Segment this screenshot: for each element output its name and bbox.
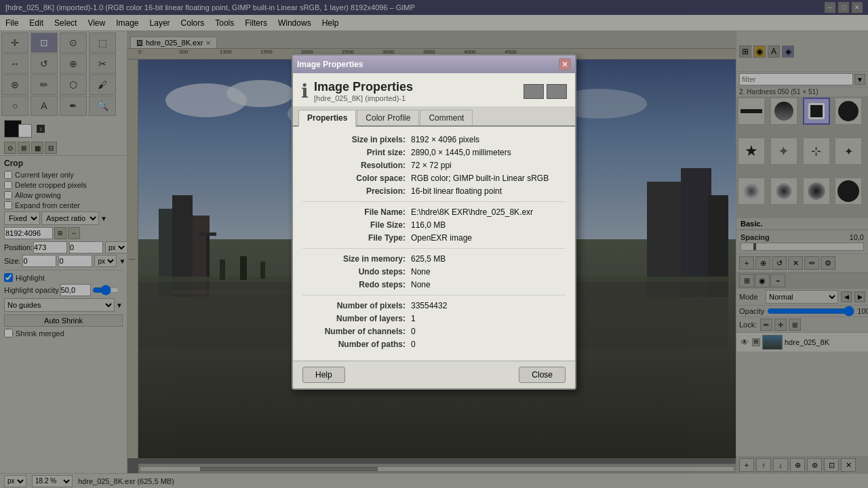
prop-label-file-size: File Size: xyxy=(302,220,411,230)
prop-value-print-size: 2890,0 × 1445,0 millimeters xyxy=(411,148,511,157)
prop-value-num-layers: 1 xyxy=(411,314,416,323)
modal-header-text: Image Properties [hdre_025_8K] (imported… xyxy=(314,80,413,102)
prop-file-type: File Type: OpenEXR image xyxy=(302,233,566,243)
prop-color-space: Color space: RGB color; GIMP built-in Li… xyxy=(302,174,566,183)
prop-file-size: File Size: 116,0 MB xyxy=(302,220,566,230)
prop-value-file-type: OpenEXR image xyxy=(411,233,472,243)
prop-label-num-channels: Number of channels: xyxy=(302,327,411,336)
modal-title: Image Properties xyxy=(297,60,363,69)
prop-value-file-size: 116,0 MB xyxy=(411,220,446,230)
prop-size-pixels: Size in pixels: 8192 × 4096 pixels xyxy=(302,135,566,144)
modal-header: ℹ Image Properties [hdre_025_8K] (import… xyxy=(293,73,575,107)
modal-titlebar: Image Properties ✕ xyxy=(293,56,575,73)
prop-redo-steps: Redo steps: None xyxy=(302,280,566,289)
modal-separator-2 xyxy=(302,248,566,249)
prop-value-undo-steps: None xyxy=(411,267,431,277)
modal-close-button[interactable]: ✕ xyxy=(559,58,571,70)
prop-label-redo-steps: Redo steps: xyxy=(302,280,411,289)
prop-precision: Precision: 16-bit linear floating point xyxy=(302,186,566,196)
prop-value-precision: 16-bit linear floating point xyxy=(411,186,502,196)
prop-num-paths: Number of paths: 0 xyxy=(302,340,566,349)
prop-undo-steps: Undo steps: None xyxy=(302,267,566,277)
prop-file-name: File Name: E:\hdre\8K EXR\hdre_025_8K.ex… xyxy=(302,207,566,217)
prop-value-redo-steps: None xyxy=(411,280,431,289)
prop-label-precision: Precision: xyxy=(302,186,411,196)
prop-value-color-space: RGB color; GIMP built-in Linear sRGB xyxy=(411,174,549,183)
prop-value-num-channels: 0 xyxy=(411,327,416,336)
prop-value-size-memory: 625,5 MB xyxy=(411,254,446,264)
prop-label-num-pixels: Number of pixels: xyxy=(302,301,411,310)
prop-value-num-paths: 0 xyxy=(411,340,416,349)
prop-num-pixels: Number of pixels: 33554432 xyxy=(302,301,566,310)
prop-num-layers: Number of layers: 1 xyxy=(302,314,566,323)
prop-label-print-size: Print size: xyxy=(302,148,411,157)
modal-body: Size in pixels: 8192 × 4096 pixels Print… xyxy=(293,127,575,361)
prop-label-color-space: Color space: xyxy=(302,174,411,183)
prop-size-memory: Size in memory: 625,5 MB xyxy=(302,254,566,264)
modal-help-button[interactable]: Help xyxy=(302,367,345,383)
prop-label-num-paths: Number of paths: xyxy=(302,340,411,349)
prop-label-undo-steps: Undo steps: xyxy=(302,267,411,277)
modal-tabs: Properties Color Profile Comment xyxy=(293,107,575,127)
image-properties-dialog: Image Properties ✕ ℹ Image Properties [h… xyxy=(292,54,576,390)
prop-label-size-memory: Size in memory: xyxy=(302,254,411,264)
modal-tab-color-profile[interactable]: Color Profile xyxy=(357,110,419,125)
prop-resolution: Resolution: 72 × 72 ppi xyxy=(302,161,566,170)
prop-value-num-pixels: 33554432 xyxy=(411,301,447,310)
modal-thumbnail-1 xyxy=(524,84,544,99)
modal-separator-3 xyxy=(302,295,566,296)
modal-overlay: Image Properties ✕ ℹ Image Properties [h… xyxy=(0,0,868,488)
prop-label-resolution: Resolution: xyxy=(302,161,411,170)
modal-heading: Image Properties xyxy=(314,80,413,94)
modal-tab-comment[interactable]: Comment xyxy=(420,110,473,125)
modal-separator-1 xyxy=(302,201,566,202)
modal-subheading: [hdre_025_8K] (imported)-1 xyxy=(314,94,413,102)
prop-value-resolution: 72 × 72 ppi xyxy=(411,161,452,170)
prop-value-file-name: E:\hdre\8K EXR\hdre_025_8K.exr xyxy=(411,207,533,217)
modal-footer: Help Close xyxy=(293,361,575,388)
prop-label-file-name: File Name: xyxy=(302,207,411,217)
prop-print-size: Print size: 2890,0 × 1445,0 millimeters xyxy=(302,148,566,157)
prop-label-size-pixels: Size in pixels: xyxy=(302,135,411,144)
modal-close-btn-footer[interactable]: Close xyxy=(519,367,566,383)
prop-num-channels: Number of channels: 0 xyxy=(302,327,566,336)
prop-value-size-pixels: 8192 × 4096 pixels xyxy=(411,135,479,144)
prop-label-file-type: File Type: xyxy=(302,233,411,243)
modal-info-icon: ℹ xyxy=(301,80,309,102)
modal-preview-icons xyxy=(524,84,567,99)
prop-label-num-layers: Number of layers: xyxy=(302,314,411,323)
modal-tab-properties[interactable]: Properties xyxy=(298,110,356,127)
modal-thumbnail-2 xyxy=(547,84,567,99)
